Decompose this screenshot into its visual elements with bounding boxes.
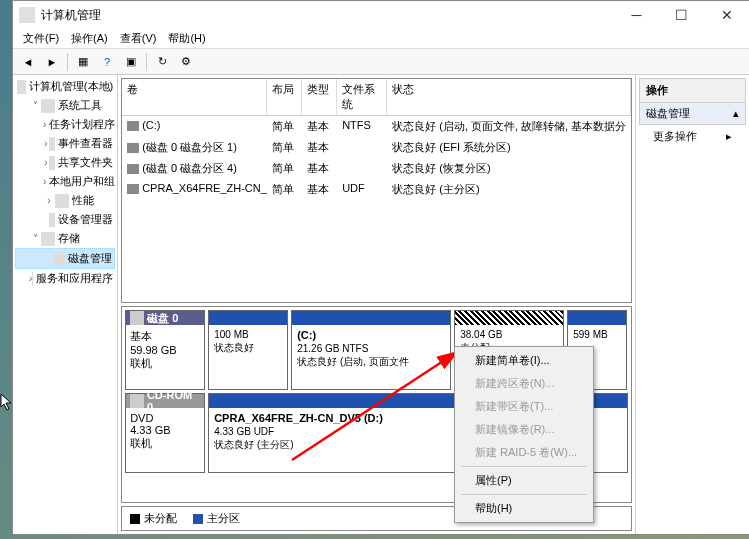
volume-list-body: (C:)简单基本NTFS状态良好 (启动, 页面文件, 故障转储, 基本数据分(… — [122, 116, 631, 200]
storage-icon — [41, 232, 55, 246]
disk-0-header[interactable]: 磁盘 0 基本 59.98 GB 联机 — [125, 310, 205, 390]
menu-view[interactable]: 查看(V) — [116, 29, 161, 48]
menu-action[interactable]: 操作(A) — [67, 29, 112, 48]
expand-icon[interactable]: › — [43, 119, 46, 130]
tree-label: 磁盘管理 — [68, 251, 112, 266]
toolbar: ◄ ► ▦ ? ▣ ↻ ⚙ — [13, 49, 749, 75]
cdrom-icon — [130, 394, 144, 408]
cdrom-type: DVD — [130, 412, 200, 424]
forward-button[interactable]: ► — [41, 51, 63, 73]
ctx-item: 新建 RAID-5 卷(W)... — [457, 441, 591, 464]
disk-name: 磁盘 0 — [147, 311, 178, 326]
col-layout[interactable]: 布局 — [267, 79, 302, 115]
tree-event-viewer[interactable]: ›事件查看器 — [15, 134, 115, 153]
tree-services[interactable]: ›服务和应用程序 — [15, 269, 115, 288]
volume-row[interactable]: (磁盘 0 磁盘分区 4)简单基本状态良好 (恢复分区) — [122, 158, 631, 179]
event-icon — [49, 137, 56, 151]
volume-list: 卷 布局 类型 文件系统 状态 (C:)简单基本NTFS状态良好 (启动, 页面… — [121, 78, 632, 303]
cdrom-size: 4.33 GB — [130, 424, 200, 436]
settings-button[interactable]: ⚙ — [175, 51, 197, 73]
part-title: CPRA_X64FRE_ZH-CN_DV5 (D:) — [214, 412, 383, 424]
tree-device-manager[interactable]: 设备管理器 — [15, 210, 115, 229]
window-title: 计算机管理 — [41, 7, 614, 24]
main-window: 计算机管理 ─ ☐ ✕ 文件(F) 操作(A) 查看(V) 帮助(H) ◄ ► … — [12, 0, 749, 535]
menubar: 文件(F) 操作(A) 查看(V) 帮助(H) — [13, 29, 749, 49]
disk-partition[interactable]: 100 MB状态良好 — [208, 310, 288, 390]
expand-icon[interactable]: ˅ — [29, 233, 41, 244]
menu-file[interactable]: 文件(F) — [19, 29, 63, 48]
device-icon — [49, 213, 56, 227]
tree-label: 服务和应用程序 — [36, 271, 113, 286]
tree-shared-folders[interactable]: ›共享文件夹 — [15, 153, 115, 172]
legend-unalloc-icon — [130, 514, 140, 524]
ctx-properties[interactable]: 属性(P) — [457, 469, 591, 492]
disk-icon — [54, 252, 65, 266]
tree-disk-management[interactable]: 磁盘管理 — [15, 248, 115, 269]
col-type[interactable]: 类型 — [302, 79, 337, 115]
actions-more-label: 更多操作 — [653, 129, 697, 144]
maximize-button[interactable]: ☐ — [659, 1, 704, 29]
col-volume[interactable]: 卷 — [122, 79, 267, 115]
ctx-item[interactable]: 新建简单卷(I)... — [457, 349, 591, 372]
refresh-button[interactable]: ↻ — [151, 51, 173, 73]
disk-size: 59.98 GB — [130, 344, 200, 356]
tree-label: 系统工具 — [58, 98, 102, 113]
actions-disk-mgmt[interactable]: 磁盘管理▴ — [639, 103, 746, 125]
tree-storage[interactable]: ˅存储 — [15, 229, 115, 248]
volume-row[interactable]: (C:)简单基本NTFS状态良好 (启动, 页面文件, 故障转储, 基本数据分 — [122, 116, 631, 137]
tree-label: 任务计划程序 — [49, 117, 115, 132]
expand-icon[interactable]: ˅ — [29, 100, 41, 111]
tree-label: 本地用户和组 — [49, 174, 115, 189]
ctx-item: 新建镜像卷(R)... — [457, 418, 591, 441]
tree-label: 设备管理器 — [58, 212, 113, 227]
expand-icon[interactable]: › — [43, 195, 55, 206]
help-button[interactable]: ? — [96, 51, 118, 73]
col-status[interactable]: 状态 — [387, 79, 631, 115]
tree-local-users[interactable]: ›本地用户和组 — [15, 172, 115, 191]
folder-icon — [49, 156, 56, 170]
actions-sub-label: 磁盘管理 — [646, 106, 690, 121]
cdrom-header[interactable]: CD-ROM 0 DVD 4.33 GB 联机 — [125, 393, 205, 473]
cdrom-status: 联机 — [130, 436, 200, 451]
volume-row[interactable]: CPRA_X64FRE_ZH-CN_DV5 (D:)简单基本UDF状态良好 (主… — [122, 179, 631, 200]
tree-task-scheduler[interactable]: ›任务计划程序 — [15, 115, 115, 134]
window-controls: ─ ☐ ✕ — [614, 1, 749, 29]
tree-performance[interactable]: ›性能 — [15, 191, 115, 210]
perf-icon — [55, 194, 69, 208]
arrow-right-icon: ▸ — [726, 130, 732, 143]
actions-more[interactable]: 更多操作▸ — [639, 125, 746, 148]
volume-icon — [127, 121, 139, 131]
tree-label: 共享文件夹 — [58, 155, 113, 170]
disk-icon — [130, 311, 144, 325]
close-button[interactable]: ✕ — [704, 1, 749, 29]
legend-primary-label: 主分区 — [207, 512, 240, 524]
minimize-button[interactable]: ─ — [614, 1, 659, 29]
tree-system-tools[interactable]: ˅系统工具 — [15, 96, 115, 115]
back-button[interactable]: ◄ — [17, 51, 39, 73]
ctx-help[interactable]: 帮助(H) — [457, 497, 591, 520]
volume-row[interactable]: (磁盘 0 磁盘分区 1)简单基本状态良好 (EFI 系统分区) — [122, 137, 631, 158]
disk-status: 联机 — [130, 356, 200, 371]
volume-list-header: 卷 布局 类型 文件系统 状态 — [122, 79, 631, 116]
disk-partition[interactable]: (C:)21.26 GB NTFS状态良好 (启动, 页面文件 — [291, 310, 451, 390]
view-button[interactable]: ▣ — [120, 51, 142, 73]
show-hide-button[interactable]: ▦ — [72, 51, 94, 73]
disk-type: 基本 — [130, 329, 200, 344]
col-filesystem[interactable]: 文件系统 — [337, 79, 387, 115]
menu-help[interactable]: 帮助(H) — [164, 29, 209, 48]
actions-pane: 操作 磁盘管理▴ 更多操作▸ — [636, 75, 749, 534]
services-icon — [32, 272, 33, 286]
legend-unalloc-label: 未分配 — [144, 512, 177, 524]
tools-icon — [41, 99, 55, 113]
expand-icon[interactable]: › — [43, 176, 46, 187]
titlebar: 计算机管理 ─ ☐ ✕ — [13, 1, 749, 29]
computer-icon — [17, 80, 26, 94]
tree-root[interactable]: 计算机管理(本地) — [15, 77, 115, 96]
volume-icon — [127, 184, 139, 194]
actions-header: 操作 — [639, 78, 746, 103]
cdrom-name: CD-ROM 0 — [147, 389, 200, 413]
volume-icon — [127, 164, 139, 174]
cursor-icon — [0, 393, 14, 411]
tree-label: 性能 — [72, 193, 94, 208]
tree-label: 事件查看器 — [58, 136, 113, 151]
